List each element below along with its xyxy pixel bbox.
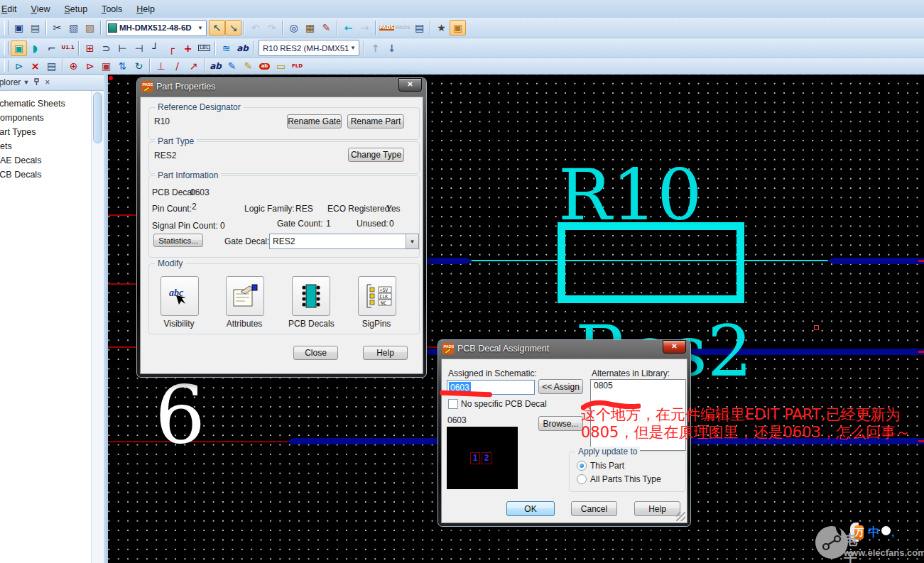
move-pin-icon[interactable]: ↗ (185, 59, 202, 73)
pads-layout-icon[interactable]: PADS (379, 20, 395, 35)
field-icon[interactable]: FLD (289, 59, 305, 73)
sidebar-item-cae-decals[interactable]: CAE Decals (0, 153, 104, 168)
rotate-icon[interactable]: ↻ (131, 59, 147, 73)
no-specific-checkbox[interactable] (448, 399, 458, 409)
save-icon[interactable]: ▣ (11, 20, 27, 35)
add-wire-icon[interactable]: ⌐ (43, 40, 60, 56)
change-type-button[interactable]: Change Type (348, 148, 404, 162)
select-filter-icon[interactable]: ↖ (209, 20, 225, 35)
explorer-header[interactable]: Project Explorer ▼ × (0, 75, 104, 91)
redo-icon[interactable]: ↷ (263, 20, 280, 35)
sheet-select[interactable]: MH-DMX512-48-6D▼ (106, 20, 207, 36)
gate-shape-icon[interactable]: ⊃ (98, 40, 114, 56)
add-part-icon[interactable]: ▣ (11, 40, 27, 56)
menu-item-help[interactable]: Help (129, 2, 162, 16)
close-button[interactable]: ✕ (663, 340, 686, 354)
ok-button[interactable]: OK (506, 501, 555, 516)
ole-properties-icon[interactable]: ▤ (411, 20, 428, 35)
panel-splitter[interactable] (104, 74, 108, 563)
menu-item-edit[interactable]: Edit (0, 2, 24, 16)
edit-text-icon[interactable]: ✎ (224, 59, 240, 73)
part-select[interactable]: R10 RES2 (MH-DMX512-4▼ (259, 40, 359, 56)
close-button[interactable]: ✕ (398, 78, 422, 92)
undo-icon[interactable]: ↶ (247, 20, 263, 35)
part-from-library-icon[interactable]: ⊞ (82, 40, 98, 56)
properties-icon[interactable]: ▤ (43, 59, 60, 73)
select-gate-icon[interactable]: ⊳ (11, 59, 27, 73)
sidebar-item-pcb-decals[interactable]: PCB Decals (0, 168, 104, 182)
add-gate-plus-icon[interactable]: ⊕ (65, 59, 82, 73)
pin-left-icon[interactable]: ⊢ (114, 40, 131, 56)
chevron-down-icon[interactable]: ▼ (196, 25, 205, 31)
slash-pin-icon[interactable]: ∕ (169, 59, 185, 73)
sigpins-button[interactable]: +5VCLKNC (358, 276, 396, 316)
part-properties-titlebar[interactable]: PADS Part Properties ✕ (137, 78, 426, 95)
pcb-decals-button[interactable] (292, 276, 330, 316)
print-icon[interactable]: ▤ (27, 20, 43, 35)
alternates-item[interactable]: 0805 (591, 380, 685, 391)
tools-icon[interactable]: ★ (433, 20, 450, 35)
menu-item-view[interactable]: View (24, 2, 58, 16)
assign-button[interactable]: << Assign (538, 379, 583, 394)
sidebar-item-nets[interactable]: Nets (0, 139, 104, 153)
attributes-button[interactable] (226, 276, 264, 316)
all-parts-radio[interactable] (577, 474, 587, 484)
wire-corner-icon[interactable]: ┘ (147, 40, 163, 56)
gate-arrow-icon[interactable]: ⊳ (82, 59, 98, 73)
sidebar-item-components[interactable]: Components (0, 111, 104, 125)
text-oval-icon[interactable]: ab (256, 59, 273, 73)
next-sheet-icon[interactable]: → (357, 20, 373, 35)
chevron-down-icon[interactable]: ▼ (349, 45, 357, 51)
wire-corner-red-icon[interactable]: ┌ (163, 40, 180, 56)
tee-junction-icon[interactable]: + (180, 40, 196, 56)
edit-attribute-icon[interactable]: ✎ (240, 59, 256, 73)
chevron-down-icon[interactable]: ▼ (21, 79, 31, 86)
rename-part-button[interactable]: Rename Part (347, 114, 404, 129)
menu-item-setup[interactable]: Setup (57, 2, 94, 16)
zoom-icon[interactable]: ◎ (286, 20, 302, 35)
swap-gate-icon[interactable]: ▣ (98, 59, 114, 73)
previous-sheet-icon[interactable]: ← (340, 20, 357, 35)
label-icon[interactable]: LBL (196, 40, 212, 56)
help-button[interactable]: Help (634, 501, 680, 516)
up-icon[interactable]: ↑ (367, 40, 384, 56)
add-pin-icon[interactable]: ⊥ (153, 59, 169, 73)
pin-right-icon[interactable]: ⊣ (131, 40, 147, 56)
gate-number-icon[interactable]: U1.1 (60, 40, 76, 56)
explorer-scrollbar[interactable] (91, 91, 104, 563)
ref-designator-label[interactable]: R10 (558, 160, 702, 231)
sidebar-item-schematic-sheets[interactable]: Schematic Sheets (0, 97, 104, 111)
cut-icon[interactable]: ✂ (49, 20, 65, 35)
add-gate-icon[interactable]: ◗ (27, 40, 43, 56)
menu-item-tools[interactable]: Tools (94, 2, 129, 16)
board-window-icon[interactable]: ▦ (302, 20, 318, 35)
this-part-radio[interactable] (577, 461, 587, 471)
copy-icon[interactable]: ▧ (65, 20, 82, 35)
chevron-down-icon[interactable]: ▼ (406, 234, 418, 248)
swap-reference-icon[interactable]: ⇅ (114, 59, 131, 73)
pin-icon[interactable] (31, 78, 42, 87)
select-drag-icon[interactable]: ↘ (225, 20, 241, 35)
toolbar-grip[interactable] (4, 41, 9, 55)
scrollbar-thumb[interactable] (93, 92, 102, 143)
down-icon[interactable]: ↓ (384, 40, 400, 56)
text-cursor-icon[interactable]: ab (207, 59, 224, 73)
archive-icon[interactable]: ▣ (450, 20, 466, 35)
text-icon[interactable]: ab (234, 40, 251, 56)
close-button[interactable]: Close (293, 346, 338, 360)
pcb-decal-titlebar[interactable]: PADS PCB Decal Assignment ✕ (438, 340, 690, 357)
resistor-symbol[interactable] (558, 222, 744, 303)
resize-grip[interactable] (676, 512, 685, 521)
visibility-button[interactable]: abc (161, 276, 199, 316)
measure-icon[interactable]: ▭ (273, 59, 289, 73)
ime-language-icon[interactable]: 中 (868, 524, 880, 540)
toolbar-grip[interactable] (4, 21, 9, 35)
toolbar-grip[interactable] (4, 60, 9, 71)
ripple-wire-icon[interactable]: ≋ (218, 40, 234, 56)
close-icon[interactable]: × (42, 77, 53, 87)
statistics-button[interactable]: Statistics... (153, 234, 203, 247)
browse-button[interactable]: Browse... (538, 416, 583, 431)
paste-icon[interactable]: ▨ (82, 20, 98, 35)
gate-decal-select[interactable]: RES2 ▼ (269, 234, 419, 249)
help-button[interactable]: Help (363, 346, 408, 360)
